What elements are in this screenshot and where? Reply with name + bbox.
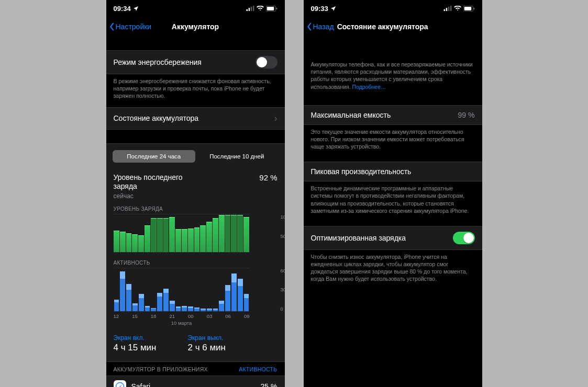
chevron-right-icon: › bbox=[274, 113, 278, 124]
svg-rect-10 bbox=[446, 8, 447, 11]
activity-y-labels: 60 мин30 мин0 мин bbox=[281, 268, 285, 312]
x-axis-labels: 1215182100030609 bbox=[114, 312, 250, 319]
svg-rect-12 bbox=[450, 6, 452, 11]
segment-24h[interactable]: Последние 24 часа bbox=[113, 150, 196, 163]
intro-note: Аккумуляторы телефона, как и все перезар… bbox=[304, 58, 482, 98]
svg-rect-6 bbox=[276, 7, 277, 9]
status-time: 09:34 bbox=[114, 5, 131, 13]
nav-bar: Назад Состояние аккумулятора bbox=[304, 17, 482, 37]
max-capacity-label: Максимальная емкость bbox=[311, 111, 391, 119]
signal-icon bbox=[443, 6, 452, 11]
app-name: Safari bbox=[131, 382, 151, 387]
app-usage-row[interactable]: Safari 25 % bbox=[106, 375, 285, 387]
charge-chart-title: УРОВЕНЬ ЗАРЯДА bbox=[114, 206, 278, 212]
battery-card: Последние 24 часа Последние 10 дней Уров… bbox=[106, 143, 285, 362]
back-button[interactable]: Настройки bbox=[109, 22, 152, 31]
screen-on-label: Экран вкл. bbox=[114, 334, 157, 342]
low-power-mode-row[interactable]: Режим энергосбережения bbox=[106, 50, 285, 74]
svg-rect-15 bbox=[473, 7, 474, 9]
svg-rect-9 bbox=[443, 9, 445, 11]
status-bar: 09:33 bbox=[304, 0, 482, 17]
segment-10d[interactable]: Последние 10 дней bbox=[195, 150, 279, 163]
svg-rect-2 bbox=[250, 7, 252, 11]
low-power-switch[interactable] bbox=[256, 56, 278, 69]
wifi-icon bbox=[454, 6, 461, 11]
back-label: Назад bbox=[313, 22, 334, 31]
battery-icon bbox=[266, 6, 278, 12]
battery-health-screen: 09:33 Назад Состояние аккумулятора Аккум… bbox=[304, 0, 482, 387]
battery-health-row[interactable]: Состояние аккумулятора › bbox=[106, 107, 285, 130]
optimized-charging-note: Чтобы снизить износ аккумулятора, iPhone… bbox=[304, 250, 482, 290]
peak-performance-note: Встроенные динамические программные и ап… bbox=[304, 181, 482, 222]
svg-rect-11 bbox=[448, 7, 449, 11]
status-bar: 09:34 bbox=[106, 0, 285, 17]
activity-chart-title: АКТИВНОСТЬ bbox=[114, 260, 278, 266]
low-power-note: В режиме энергосбережения снижается фоно… bbox=[106, 74, 285, 107]
peak-performance-label: Пиковая производительность bbox=[311, 167, 412, 176]
last-charge-title: Уровень последнего заряда bbox=[114, 173, 183, 191]
svg-rect-0 bbox=[246, 9, 248, 11]
svg-rect-1 bbox=[248, 8, 250, 11]
svg-rect-3 bbox=[253, 6, 254, 11]
apps-activity-toggle[interactable]: АКТИВНОСТЬ bbox=[239, 366, 277, 372]
charge-y-labels: 100 %50 % bbox=[281, 214, 285, 253]
screen-on-value: 4 ч 15 мин bbox=[114, 343, 157, 353]
wifi-icon bbox=[257, 6, 264, 11]
battery-settings-screen: 09:34 Настройки Аккумулятор Режим энерго… bbox=[106, 0, 285, 387]
battery-health-label: Состояние аккумулятора bbox=[114, 114, 199, 122]
screen-off-value: 2 ч 6 мин bbox=[187, 343, 226, 353]
last-charge-value: 92 % bbox=[259, 173, 277, 182]
low-power-label: Режим энергосбережения bbox=[114, 58, 202, 66]
apps-section-header: АККУМУЛЯТОР В ПРИЛОЖЕНИЯХ АКТИВНОСТЬ bbox=[106, 362, 285, 375]
svg-rect-5 bbox=[267, 7, 274, 10]
charge-level-chart bbox=[114, 214, 250, 253]
optimized-charging-label: Оптимизированная зарядка bbox=[311, 234, 406, 242]
usage-row: Экран вкл. 4 ч 15 мин Экран выкл. 2 ч 6 … bbox=[106, 326, 285, 356]
battery-icon bbox=[463, 6, 475, 12]
back-button[interactable]: Назад bbox=[307, 22, 334, 31]
last-charge-now: сейчас bbox=[106, 192, 285, 204]
apps-header-label: АККУМУЛЯТОР В ПРИЛОЖЕНИЯХ bbox=[114, 366, 208, 372]
time-range-segmented[interactable]: Последние 24 часа Последние 10 дней bbox=[112, 149, 280, 164]
svg-rect-14 bbox=[464, 7, 471, 10]
location-icon bbox=[330, 6, 336, 12]
nav-title: Состояние аккумулятора bbox=[337, 22, 428, 31]
safari-icon bbox=[114, 380, 126, 387]
location-icon bbox=[133, 6, 139, 12]
nav-bar: Настройки Аккумулятор bbox=[106, 17, 285, 37]
x-axis-date: 10 марта bbox=[114, 320, 250, 326]
screen-off-label: Экран выкл. bbox=[187, 334, 226, 342]
back-label: Настройки bbox=[116, 22, 152, 31]
learn-more-link[interactable]: Подробнее… bbox=[352, 84, 386, 90]
status-time: 09:33 bbox=[311, 5, 328, 13]
max-capacity-row: Максимальная емкость 99 % bbox=[304, 105, 482, 125]
max-capacity-value: 99 % bbox=[458, 111, 475, 119]
max-capacity-note: Это текущее значение емкости аккумулятор… bbox=[304, 125, 482, 158]
activity-chart bbox=[114, 268, 250, 312]
peak-performance-row: Пиковая производительность bbox=[304, 162, 482, 181]
app-percent: 25 % bbox=[261, 382, 278, 387]
optimized-charging-row[interactable]: Оптимизированная зарядка bbox=[304, 226, 482, 250]
optimized-charging-switch[interactable] bbox=[453, 232, 475, 244]
signal-icon bbox=[246, 6, 254, 11]
